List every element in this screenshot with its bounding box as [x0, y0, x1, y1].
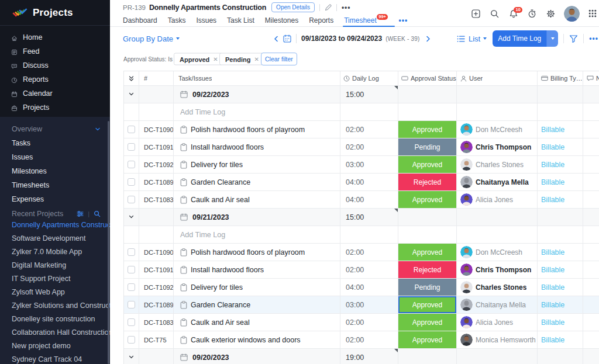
header-notes[interactable]: Notes — [583, 71, 599, 86]
toolbar-more-icon[interactable]: ••• — [589, 34, 598, 43]
calendar-picker-icon[interactable] — [283, 34, 291, 43]
tab-dashboard[interactable]: Dashboard — [123, 14, 157, 27]
remove-chip-icon[interactable]: ✕ — [254, 56, 259, 63]
time-log-row[interactable]: DC-T1092 Delivery for tiles 04:00 Pendin… — [124, 279, 599, 296]
row-checkbox[interactable] — [128, 318, 135, 326]
header-daily-log[interactable]: Daily Log — [340, 71, 398, 86]
sidebar-item-projects[interactable]: Projects — [0, 100, 110, 115]
tab-milestones[interactable]: Milestones — [265, 14, 298, 27]
task-name[interactable]: Caulk exterior windows and doors — [191, 336, 301, 344]
row-checkbox[interactable] — [128, 283, 135, 291]
group-by-selector[interactable]: Group By Date — [123, 27, 180, 50]
row-checkbox[interactable] — [128, 161, 135, 168]
approval-status-badge[interactable]: Approved — [398, 314, 456, 331]
approval-status-badge[interactable]: Approved — [398, 156, 456, 173]
approval-status-cell[interactable]: Approved — [398, 314, 457, 331]
approval-status-badge[interactable]: Approved — [398, 121, 456, 138]
sidebar-item-home[interactable]: Home — [0, 30, 110, 44]
approval-status-badge[interactable]: Pending — [398, 279, 456, 296]
row-checkbox[interactable] — [128, 336, 135, 344]
task-name[interactable]: Garden Clearance — [191, 301, 250, 309]
collapse-all-icon[interactable] — [128, 75, 135, 82]
previous-week-icon[interactable] — [273, 35, 280, 43]
task-name-cell[interactable]: Garden Clearance — [174, 296, 340, 314]
remove-chip-icon[interactable]: ✕ — [213, 56, 218, 63]
time-log-row[interactable]: DC-T1083 Caulk and Air seal 02:00 Approv… — [124, 314, 599, 331]
recent-project-item[interactable]: Zylker 7.0 Mobile App — [0, 245, 110, 258]
add-time-log-dropdown[interactable] — [546, 30, 558, 47]
sidebar-item-issues[interactable]: Issues — [0, 150, 110, 164]
view-switcher[interactable]: List — [457, 34, 487, 43]
approval-status-cell[interactable]: Approved — [398, 191, 457, 209]
approval-status-cell[interactable]: Pending — [398, 138, 457, 156]
row-checkbox[interactable] — [128, 301, 135, 308]
chevron-down-icon[interactable] — [128, 214, 135, 220]
recent-project-item[interactable]: Donnelly Apartments Construct — [0, 218, 110, 231]
chevron-down-icon[interactable] — [95, 126, 101, 132]
task-name-cell[interactable]: Install hardwood floors — [174, 261, 340, 279]
add-new-icon[interactable] — [471, 9, 480, 18]
group-collapse-cell[interactable] — [124, 209, 139, 226]
filter-funnel-icon[interactable] — [569, 34, 578, 43]
search-icon[interactable] — [490, 9, 499, 18]
task-name[interactable]: Polish hardwood floors of playroom — [191, 248, 305, 256]
add-time-log-button[interactable]: Add Time Log — [493, 30, 558, 47]
add-time-log-placeholder[interactable]: Add Time Log — [180, 231, 225, 239]
approval-status-cell[interactable]: Approved — [398, 331, 457, 349]
sidebar-scrollbar[interactable] — [108, 121, 109, 364]
row-checkbox[interactable] — [128, 248, 135, 256]
tab-reports[interactable]: Reports — [309, 14, 333, 27]
approval-status-badge[interactable]: Approved — [398, 191, 456, 208]
header-task[interactable]: Task/Issues — [174, 71, 340, 86]
task-name-cell[interactable]: Polish hardwood floors of playroom — [174, 244, 340, 261]
recent-project-item[interactable]: Zylker Solutions and Constructio — [0, 299, 110, 312]
sidebar-item-reports[interactable]: Reports — [0, 72, 110, 86]
approval-status-cell[interactable]: Pending — [398, 279, 457, 296]
recent-project-item[interactable]: Software Development — [0, 231, 110, 245]
row-checkbox[interactable] — [128, 126, 135, 133]
sidebar-item-calendar[interactable]: Calendar — [0, 86, 110, 100]
task-name[interactable]: Caulk and Air seal — [191, 318, 250, 327]
time-log-row[interactable]: DC-T1090 Polish hardwood floors of playr… — [124, 121, 599, 138]
header-billing-type[interactable]: Billing Type — [538, 71, 583, 86]
open-details-button[interactable]: Open Details — [271, 2, 315, 12]
task-name-cell[interactable]: Delivery for tiles — [174, 279, 340, 296]
sidebar-item-feed[interactable]: Feed — [0, 44, 110, 58]
chevron-down-icon[interactable] — [128, 91, 135, 98]
tab-timesheet[interactable]: Timesheet99+ — [344, 14, 388, 27]
add-time-log-cell[interactable]: Add Time Log — [174, 103, 340, 121]
approval-status-cell[interactable]: Approved — [398, 156, 457, 174]
header-id[interactable]: # — [139, 71, 174, 86]
recent-project-item[interactable]: Collaboration Hall Constructions — [0, 325, 110, 339]
task-name[interactable]: Garden Clearance — [191, 178, 250, 186]
tab-task-list[interactable]: Task List — [227, 14, 254, 27]
sidebar-item-discuss[interactable]: Discuss — [0, 58, 110, 72]
timer-icon[interactable] — [528, 9, 536, 18]
notifications-bell-icon[interactable]: 10 — [510, 9, 518, 18]
approval-status-badge[interactable]: Rejected — [398, 174, 456, 190]
recent-project-item[interactable]: IT Support Project — [0, 272, 110, 285]
recent-project-item[interactable]: Zylsoft Web App — [0, 285, 110, 299]
time-log-row[interactable]: DC-T1089 Garden Clearance 04:00 Rejected… — [124, 174, 599, 191]
time-log-row[interactable]: DC-T1091 Install hardwood floors 02:00 R… — [124, 261, 599, 279]
approval-status-badge[interactable]: Approved — [398, 331, 456, 348]
task-name-cell[interactable]: Garden Clearance — [174, 174, 340, 191]
approval-status-cell[interactable]: Approved — [398, 296, 457, 314]
task-name-cell[interactable]: Polish hardwood floors of playroom — [174, 121, 340, 138]
add-time-log-cell[interactable]: Add Time Log — [174, 226, 340, 244]
collapse-all-cell[interactable] — [124, 71, 139, 86]
row-checkbox[interactable] — [128, 178, 135, 186]
clear-filter-button[interactable]: Clear filter — [261, 53, 297, 65]
filter-chip-approved[interactable]: Approved ✕ — [174, 53, 223, 65]
sidebar-item-timesheets[interactable]: Timesheets — [0, 178, 110, 192]
time-log-row[interactable]: DC-T1083 Caulk and Air seal 04:00 Approv… — [124, 191, 599, 209]
approval-status-badge[interactable]: Rejected — [398, 261, 456, 278]
approval-status-badge[interactable]: Approved — [398, 296, 456, 313]
tab-issues[interactable]: Issues — [196, 14, 216, 27]
header-user[interactable]: User — [457, 71, 538, 86]
approval-status-cell[interactable]: Rejected — [398, 174, 457, 191]
task-name-cell[interactable]: Delivery for tiles — [174, 156, 340, 174]
row-checkbox[interactable] — [128, 143, 135, 151]
task-name[interactable]: Delivery for tiles — [191, 161, 243, 169]
approval-status-badge[interactable]: Pending — [398, 138, 456, 155]
